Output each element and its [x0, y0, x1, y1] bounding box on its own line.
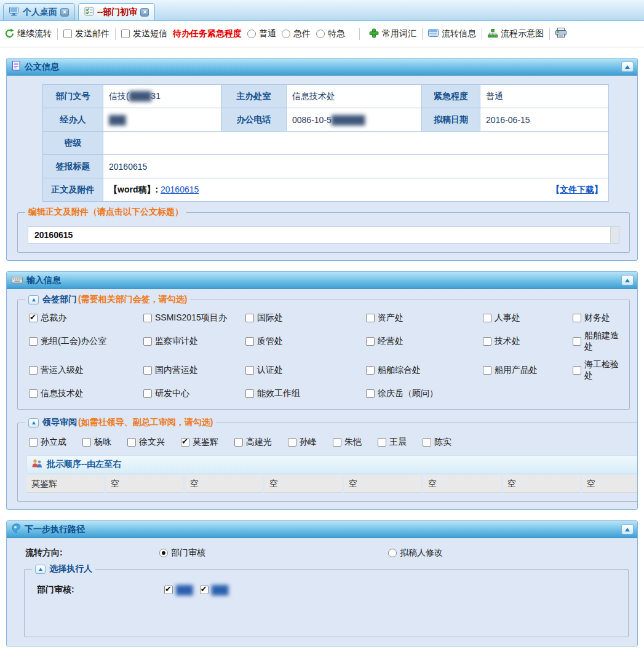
drafter-revise-radio[interactable] — [388, 549, 397, 557]
leader-checkbox[interactable] — [181, 438, 189, 447]
panel-title: 公文信息 — [25, 62, 59, 73]
dept-option: 船舶建造处 — [573, 330, 621, 352]
plus-icon — [369, 28, 379, 40]
collapse-button[interactable] — [28, 295, 39, 304]
field-value-report-title: 20160615 — [103, 155, 609, 178]
dept-checkbox[interactable] — [573, 337, 581, 346]
order-cell: 空 — [582, 475, 638, 493]
chevron-up-icon — [39, 568, 42, 571]
leader-option: 朱恺 — [333, 437, 362, 448]
leader-checkbox[interactable] — [127, 438, 136, 447]
word-draft-link[interactable]: 20160615 — [161, 185, 199, 194]
urgency-option-normal: 普通 — [247, 28, 276, 39]
leader-checkbox[interactable] — [423, 438, 431, 447]
dept-checkbox[interactable] — [29, 314, 38, 322]
leader-option: 王晨 — [378, 437, 407, 448]
chevron-up-icon — [625, 279, 630, 282]
dept-checkbox[interactable] — [29, 389, 38, 398]
executor-fieldset: 选择执行人 部门审核: ███ ███ — [24, 563, 629, 637]
chevron-up-icon — [625, 65, 630, 69]
flow-info-button[interactable]: 流转信息 — [428, 28, 476, 39]
dept-checkbox[interactable] — [483, 314, 491, 322]
edit-body-legend: 编辑正文及附件（请点击以下公文标题） — [25, 207, 186, 218]
dept-option: 资产处 — [366, 312, 483, 324]
dept-checkbox[interactable] — [143, 337, 152, 346]
flow-direction-row: 流转方向: 部门审核 拟稿人修改 — [7, 538, 637, 562]
collapse-button[interactable] — [35, 565, 46, 574]
approval-order-title: 批示顺序--由左至右 — [47, 459, 121, 470]
dept-checkbox[interactable] — [573, 366, 581, 375]
dept-checkbox[interactable] — [245, 314, 254, 322]
chevron-up-icon — [625, 528, 630, 531]
document-icon — [12, 61, 21, 73]
sign-depts-grid: 总裁办 SSMIS2015项目办 国际处 资产处 人事处 财务处 党组(工会)办… — [25, 309, 622, 402]
close-icon[interactable]: × — [140, 8, 149, 17]
input-info-panel: 输入信息 会签部门(需要相关部门会签，请勾选) 总裁办 SSMIS2015项目办… — [6, 271, 638, 510]
edit-body-fieldset: 编辑正文及附件（请点击以下公文标题） 20160615 — [17, 207, 630, 253]
table-row: 正文及附件 【word稿】: 20160615 【文件下载】 — [43, 178, 609, 202]
dept-checkbox[interactable] — [483, 337, 491, 346]
dept-checkbox[interactable] — [245, 337, 254, 346]
urgency-urgent-radio[interactable] — [282, 30, 290, 38]
doc-title-bar[interactable]: 20160615 — [28, 226, 619, 244]
approval-order-cells: 莫鉴辉 空 空 空 空 空 空 空 — [26, 475, 638, 493]
send-email-option: 发送邮件 — [63, 28, 109, 39]
dept-checkbox[interactable] — [29, 337, 38, 346]
leader-checkbox[interactable] — [288, 438, 296, 447]
dept-checkbox[interactable] — [366, 366, 375, 375]
close-icon[interactable]: × — [60, 8, 69, 17]
tab-dept-initial-review[interactable]: --部门初审 × — [78, 3, 155, 20]
dept-option: 能效工作组 — [245, 388, 366, 399]
collapse-button[interactable] — [621, 275, 634, 285]
print-button[interactable] — [555, 28, 567, 40]
dept-checkbox[interactable] — [245, 389, 254, 398]
dept-option: 技术处 — [483, 330, 573, 352]
dept-option: 监察审计处 — [143, 330, 245, 352]
toolbar-separator — [57, 28, 58, 40]
dept-option: 海工检验处 — [573, 359, 621, 381]
dept-checkbox[interactable] — [366, 389, 375, 398]
dept-checkbox[interactable] — [143, 366, 152, 375]
dept-checkbox[interactable] — [366, 314, 375, 322]
leader-checkbox[interactable] — [378, 438, 386, 447]
dept-checkbox[interactable] — [29, 366, 38, 375]
dept-checkbox[interactable] — [366, 337, 375, 346]
dept-checkbox[interactable] — [245, 366, 254, 375]
urgency-extra-urgent-radio[interactable] — [316, 30, 325, 38]
field-value-handler: ███ — [103, 108, 221, 132]
common-words-button[interactable]: 常用词汇 — [369, 28, 416, 40]
send-email-checkbox[interactable] — [63, 30, 72, 38]
file-download-link[interactable]: 【文件下载】 — [551, 185, 603, 196]
monitor-icon — [9, 7, 20, 18]
leader-checkbox[interactable] — [333, 438, 341, 447]
leader-checkbox[interactable] — [29, 438, 38, 447]
next-step-panel: 下一步执行路径 流转方向: 部门审核 拟稿人修改 选择执行人 部门审核: ███ — [6, 520, 638, 646]
order-cell: 空 — [423, 475, 501, 493]
tab-personal-desktop[interactable]: 个人桌面 × — [3, 3, 75, 20]
leader-checkbox[interactable] — [234, 438, 243, 447]
collapse-button[interactable] — [28, 418, 39, 427]
send-sms-checkbox[interactable] — [121, 30, 130, 38]
leader-checkbox[interactable] — [82, 438, 91, 447]
tab-label: --部门初审 — [97, 7, 137, 18]
collapse-button[interactable] — [621, 62, 634, 72]
chevron-up-icon — [32, 421, 36, 424]
input-info-header: 输入信息 — [7, 272, 637, 289]
dept-checkbox[interactable] — [483, 366, 491, 375]
executor-legend: 选择执行人 — [32, 563, 95, 575]
dept-checkbox[interactable] — [143, 389, 152, 398]
dept-review-radio[interactable] — [159, 549, 168, 557]
checklist-icon — [84, 7, 94, 18]
toolbar-separator — [549, 28, 550, 40]
executor-checkbox[interactable] — [200, 586, 209, 594]
collapse-button[interactable] — [621, 524, 634, 535]
continue-flow-button[interactable]: 继续流转 — [5, 28, 52, 40]
flow-diagram-button[interactable]: 流程示意图 — [488, 28, 544, 39]
urgency-normal-radio[interactable] — [247, 30, 256, 38]
field-value-body-attachment: 【word稿】: 20160615 【文件下载】 — [103, 178, 609, 202]
executor-row-label: 部门审核: — [37, 584, 164, 595]
dept-checkbox[interactable] — [573, 314, 581, 322]
field-label-secrecy: 密级 — [43, 132, 103, 155]
dept-checkbox[interactable] — [143, 314, 152, 322]
executor-checkbox[interactable] — [164, 586, 173, 594]
